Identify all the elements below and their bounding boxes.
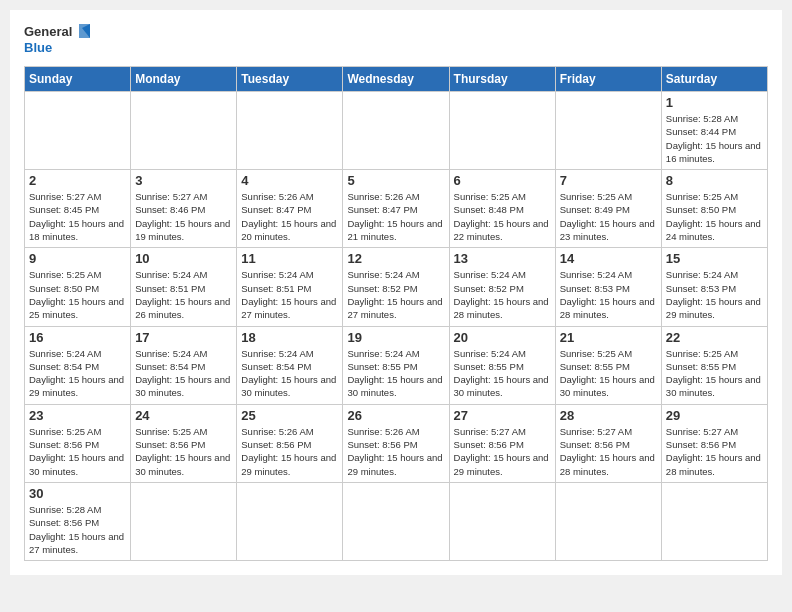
calendar-cell: 14Sunrise: 5:24 AM Sunset: 8:53 PM Dayli… [555, 248, 661, 326]
calendar-cell: 10Sunrise: 5:24 AM Sunset: 8:51 PM Dayli… [131, 248, 237, 326]
day-number: 8 [666, 173, 763, 188]
weekday-header-wednesday: Wednesday [343, 67, 449, 92]
calendar-cell [131, 92, 237, 170]
sun-info: Sunrise: 5:25 AM Sunset: 8:48 PM Dayligh… [454, 190, 551, 243]
calendar-cell: 18Sunrise: 5:24 AM Sunset: 8:54 PM Dayli… [237, 326, 343, 404]
sun-info: Sunrise: 5:24 AM Sunset: 8:54 PM Dayligh… [241, 347, 338, 400]
calendar-cell [661, 482, 767, 560]
day-number: 12 [347, 251, 444, 266]
sun-info: Sunrise: 5:25 AM Sunset: 8:56 PM Dayligh… [135, 425, 232, 478]
day-number: 11 [241, 251, 338, 266]
day-number: 3 [135, 173, 232, 188]
sun-info: Sunrise: 5:25 AM Sunset: 8:50 PM Dayligh… [29, 268, 126, 321]
calendar-cell: 19Sunrise: 5:24 AM Sunset: 8:55 PM Dayli… [343, 326, 449, 404]
day-number: 19 [347, 330, 444, 345]
weekday-header-row: SundayMondayTuesdayWednesdayThursdayFrid… [25, 67, 768, 92]
calendar-cell: 22Sunrise: 5:25 AM Sunset: 8:55 PM Dayli… [661, 326, 767, 404]
calendar-table: SundayMondayTuesdayWednesdayThursdayFrid… [24, 66, 768, 561]
sun-info: Sunrise: 5:25 AM Sunset: 8:56 PM Dayligh… [29, 425, 126, 478]
sun-info: Sunrise: 5:28 AM Sunset: 8:56 PM Dayligh… [29, 503, 126, 556]
calendar-week-row: 16Sunrise: 5:24 AM Sunset: 8:54 PM Dayli… [25, 326, 768, 404]
calendar-cell: 4Sunrise: 5:26 AM Sunset: 8:47 PM Daylig… [237, 170, 343, 248]
sun-info: Sunrise: 5:26 AM Sunset: 8:47 PM Dayligh… [347, 190, 444, 243]
calendar-week-row: 9Sunrise: 5:25 AM Sunset: 8:50 PM Daylig… [25, 248, 768, 326]
calendar-cell: 7Sunrise: 5:25 AM Sunset: 8:49 PM Daylig… [555, 170, 661, 248]
day-number: 29 [666, 408, 763, 423]
weekday-header-saturday: Saturday [661, 67, 767, 92]
calendar-cell: 23Sunrise: 5:25 AM Sunset: 8:56 PM Dayli… [25, 404, 131, 482]
sun-info: Sunrise: 5:25 AM Sunset: 8:49 PM Dayligh… [560, 190, 657, 243]
day-number: 6 [454, 173, 551, 188]
day-number: 10 [135, 251, 232, 266]
weekday-header-tuesday: Tuesday [237, 67, 343, 92]
header: General Blue [24, 20, 768, 60]
logo: General Blue [24, 20, 94, 60]
calendar-cell [343, 92, 449, 170]
sun-info: Sunrise: 5:24 AM Sunset: 8:51 PM Dayligh… [135, 268, 232, 321]
calendar-cell: 21Sunrise: 5:25 AM Sunset: 8:55 PM Dayli… [555, 326, 661, 404]
calendar-cell: 2Sunrise: 5:27 AM Sunset: 8:45 PM Daylig… [25, 170, 131, 248]
calendar-cell: 25Sunrise: 5:26 AM Sunset: 8:56 PM Dayli… [237, 404, 343, 482]
sun-info: Sunrise: 5:25 AM Sunset: 8:55 PM Dayligh… [666, 347, 763, 400]
sun-info: Sunrise: 5:24 AM Sunset: 8:52 PM Dayligh… [347, 268, 444, 321]
day-number: 27 [454, 408, 551, 423]
sun-info: Sunrise: 5:27 AM Sunset: 8:45 PM Dayligh… [29, 190, 126, 243]
day-number: 26 [347, 408, 444, 423]
calendar-cell: 12Sunrise: 5:24 AM Sunset: 8:52 PM Dayli… [343, 248, 449, 326]
day-number: 25 [241, 408, 338, 423]
calendar-week-row: 2Sunrise: 5:27 AM Sunset: 8:45 PM Daylig… [25, 170, 768, 248]
calendar-week-row: 30Sunrise: 5:28 AM Sunset: 8:56 PM Dayli… [25, 482, 768, 560]
weekday-header-thursday: Thursday [449, 67, 555, 92]
day-number: 1 [666, 95, 763, 110]
day-number: 5 [347, 173, 444, 188]
calendar-cell: 15Sunrise: 5:24 AM Sunset: 8:53 PM Dayli… [661, 248, 767, 326]
calendar-cell: 27Sunrise: 5:27 AM Sunset: 8:56 PM Dayli… [449, 404, 555, 482]
calendar-cell: 30Sunrise: 5:28 AM Sunset: 8:56 PM Dayli… [25, 482, 131, 560]
sun-info: Sunrise: 5:27 AM Sunset: 8:56 PM Dayligh… [560, 425, 657, 478]
day-number: 18 [241, 330, 338, 345]
calendar-cell: 3Sunrise: 5:27 AM Sunset: 8:46 PM Daylig… [131, 170, 237, 248]
calendar-cell [343, 482, 449, 560]
sun-info: Sunrise: 5:27 AM Sunset: 8:56 PM Dayligh… [454, 425, 551, 478]
weekday-header-monday: Monday [131, 67, 237, 92]
calendar-cell [237, 92, 343, 170]
sun-info: Sunrise: 5:26 AM Sunset: 8:47 PM Dayligh… [241, 190, 338, 243]
calendar-cell: 24Sunrise: 5:25 AM Sunset: 8:56 PM Dayli… [131, 404, 237, 482]
day-number: 14 [560, 251, 657, 266]
svg-text:General: General [24, 24, 72, 39]
day-number: 4 [241, 173, 338, 188]
calendar-cell: 29Sunrise: 5:27 AM Sunset: 8:56 PM Dayli… [661, 404, 767, 482]
day-number: 9 [29, 251, 126, 266]
calendar-cell: 20Sunrise: 5:24 AM Sunset: 8:55 PM Dayli… [449, 326, 555, 404]
sun-info: Sunrise: 5:26 AM Sunset: 8:56 PM Dayligh… [241, 425, 338, 478]
calendar-page: General Blue SundayMondayTuesdayWednesda… [10, 10, 782, 575]
calendar-cell [25, 92, 131, 170]
svg-text:Blue: Blue [24, 40, 52, 55]
calendar-cell: 17Sunrise: 5:24 AM Sunset: 8:54 PM Dayli… [131, 326, 237, 404]
sun-info: Sunrise: 5:26 AM Sunset: 8:56 PM Dayligh… [347, 425, 444, 478]
sun-info: Sunrise: 5:24 AM Sunset: 8:51 PM Dayligh… [241, 268, 338, 321]
calendar-cell [555, 92, 661, 170]
calendar-cell: 11Sunrise: 5:24 AM Sunset: 8:51 PM Dayli… [237, 248, 343, 326]
day-number: 13 [454, 251, 551, 266]
calendar-cell [449, 482, 555, 560]
sun-info: Sunrise: 5:24 AM Sunset: 8:54 PM Dayligh… [135, 347, 232, 400]
day-number: 16 [29, 330, 126, 345]
weekday-header-friday: Friday [555, 67, 661, 92]
day-number: 30 [29, 486, 126, 501]
generalblue-logo-icon: General Blue [24, 20, 94, 60]
day-number: 20 [454, 330, 551, 345]
day-number: 22 [666, 330, 763, 345]
calendar-cell: 1Sunrise: 5:28 AM Sunset: 8:44 PM Daylig… [661, 92, 767, 170]
day-number: 7 [560, 173, 657, 188]
sun-info: Sunrise: 5:24 AM Sunset: 8:55 PM Dayligh… [347, 347, 444, 400]
calendar-week-row: 1Sunrise: 5:28 AM Sunset: 8:44 PM Daylig… [25, 92, 768, 170]
day-number: 2 [29, 173, 126, 188]
sun-info: Sunrise: 5:28 AM Sunset: 8:44 PM Dayligh… [666, 112, 763, 165]
sun-info: Sunrise: 5:24 AM Sunset: 8:53 PM Dayligh… [560, 268, 657, 321]
day-number: 28 [560, 408, 657, 423]
calendar-cell: 5Sunrise: 5:26 AM Sunset: 8:47 PM Daylig… [343, 170, 449, 248]
calendar-cell: 16Sunrise: 5:24 AM Sunset: 8:54 PM Dayli… [25, 326, 131, 404]
sun-info: Sunrise: 5:24 AM Sunset: 8:53 PM Dayligh… [666, 268, 763, 321]
sun-info: Sunrise: 5:27 AM Sunset: 8:46 PM Dayligh… [135, 190, 232, 243]
